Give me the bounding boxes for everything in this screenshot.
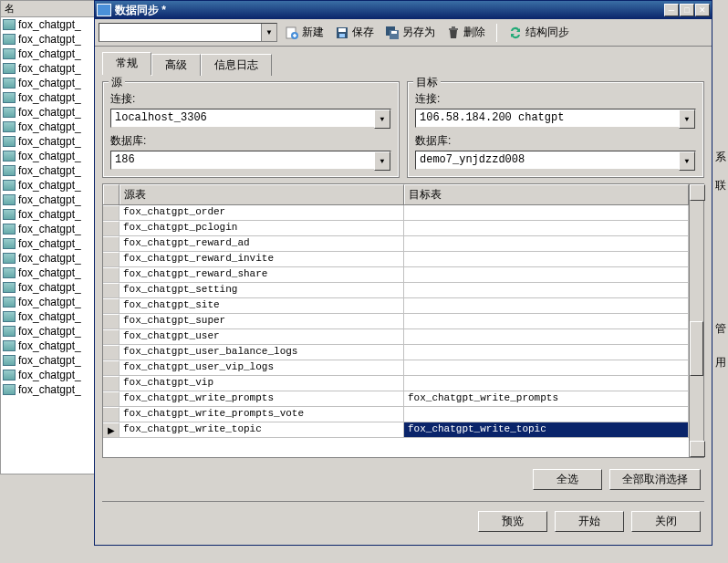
bg-table-item[interactable]: fox_chatgpt_ (1, 368, 95, 382)
bg-table-item[interactable]: fox_chatgpt_ (1, 134, 95, 149)
bg-table-item[interactable]: fox_chatgpt_ (1, 266, 95, 280)
target-cell[interactable] (404, 205, 689, 220)
table-row[interactable]: fox_chatgpt_reward_share (103, 267, 689, 283)
deselect-all-button[interactable]: 全部取消选择 (609, 469, 701, 490)
source-cell[interactable]: fox_chatgpt_vip (120, 376, 404, 391)
target-conn-combo[interactable]: 106.58.184.200 chatgpt (415, 109, 696, 128)
source-cell[interactable]: fox_chatgpt_write_topic (120, 422, 404, 437)
bg-table-item[interactable]: fox_chatgpt_ (1, 105, 95, 120)
preview-button[interactable]: 预览 (478, 511, 547, 532)
tab-advanced[interactable]: 高级 (151, 54, 201, 76)
target-cell[interactable] (404, 236, 689, 251)
bg-table-item[interactable]: fox_chatgpt_ (1, 382, 95, 397)
source-cell[interactable]: fox_chatgpt_user_vip_logs (120, 360, 404, 375)
bg-table-item[interactable]: fox_chatgpt_ (1, 207, 95, 222)
source-db-combo[interactable]: 186 (110, 151, 391, 170)
struct-sync-button[interactable]: 结构同步 (504, 23, 573, 42)
bg-table-item[interactable]: fox_chatgpt_ (1, 47, 95, 61)
bg-table-item[interactable]: fox_chatgpt_ (1, 280, 95, 295)
table-rows[interactable]: fox_chatgpt_orderfox_chatgpt_pcloginfox_… (103, 205, 689, 457)
source-conn-combo[interactable]: localhost_3306 (110, 109, 391, 128)
source-cell[interactable]: fox_chatgpt_reward_invite (120, 252, 404, 266)
bg-table-item[interactable]: fox_chatgpt_ (1, 76, 95, 90)
target-cell[interactable] (404, 329, 689, 344)
minimize-button[interactable]: ─ (664, 4, 679, 16)
tab-general[interactable]: 常规 (102, 52, 151, 75)
bg-table-item[interactable]: fox_chatgpt_ (1, 339, 95, 353)
bg-table-item[interactable]: fox_chatgpt_ (1, 309, 95, 324)
source-cell[interactable]: fox_chatgpt_pclogin (120, 221, 404, 235)
bg-table-item[interactable]: fox_chatgpt_ (1, 61, 95, 76)
bg-table-item[interactable]: fox_chatgpt_ (1, 353, 95, 368)
close-button[interactable]: 关闭 (631, 511, 701, 532)
bg-table-item[interactable]: fox_chatgpt_ (1, 32, 95, 47)
bg-table-item[interactable]: fox_chatgpt_ (1, 295, 95, 309)
profile-combo[interactable] (99, 23, 277, 42)
source-cell[interactable]: fox_chatgpt_write_prompts (120, 391, 404, 406)
source-cell[interactable]: fox_chatgpt_super (120, 314, 404, 328)
source-cell[interactable]: fox_chatgpt_setting (120, 283, 404, 297)
tab-log[interactable]: 信息日志 (201, 54, 272, 76)
bg-table-item[interactable]: fox_chatgpt_ (1, 251, 95, 266)
background-table-list: 名 fox_chatgpt_fox_chatgpt_fox_chatgpt_fo… (0, 0, 96, 474)
table-row[interactable]: fox_chatgpt_user (103, 329, 689, 345)
target-cell[interactable] (404, 376, 689, 391)
bg-table-item[interactable]: fox_chatgpt_ (1, 324, 95, 339)
source-cell[interactable]: fox_chatgpt_reward_share (120, 267, 404, 282)
table-row[interactable]: fox_chatgpt_user_vip_logs (103, 360, 689, 376)
target-cell[interactable] (404, 314, 689, 328)
source-cell[interactable]: fox_chatgpt_user (120, 329, 404, 344)
target-cell[interactable] (404, 360, 689, 375)
bg-table-item[interactable]: fox_chatgpt_ (1, 222, 95, 236)
table-row[interactable]: fox_chatgpt_site (103, 298, 689, 314)
bg-table-item[interactable]: fox_chatgpt_ (1, 17, 95, 32)
saveas-button[interactable]: 另存为 (381, 23, 439, 42)
start-button[interactable]: 开始 (555, 511, 624, 532)
table-row[interactable]: fox_chatgpt_write_prompts_vote (103, 407, 689, 422)
target-cell[interactable] (404, 345, 689, 360)
table-row[interactable]: fox_chatgpt_user_balance_logs (103, 345, 689, 360)
target-cell[interactable] (404, 407, 689, 422)
table-row[interactable]: fox_chatgpt_reward_invite (103, 252, 689, 267)
save-button[interactable]: 保存 (331, 23, 378, 42)
target-db-combo[interactable]: demo7_ynjdzzd008 (415, 151, 696, 170)
table-row[interactable]: ▶fox_chatgpt_write_topicfox_chatgpt_writ… (103, 422, 689, 438)
target-cell[interactable] (404, 267, 689, 282)
vertical-scrollbar[interactable] (689, 184, 703, 457)
delete-button[interactable]: 删除 (442, 23, 489, 42)
bg-table-item[interactable]: fox_chatgpt_ (1, 163, 95, 178)
table-row[interactable]: fox_chatgpt_pclogin (103, 221, 689, 236)
source-cell[interactable]: fox_chatgpt_user_balance_logs (120, 345, 404, 360)
target-cell[interactable] (404, 252, 689, 266)
table-row[interactable]: fox_chatgpt_write_promptsfox_chatgpt_wri… (103, 391, 689, 407)
table-row[interactable]: fox_chatgpt_super (103, 314, 689, 329)
bg-table-item[interactable]: fox_chatgpt_ (1, 236, 95, 251)
source-cell[interactable]: fox_chatgpt_site (120, 298, 404, 313)
target-table-header[interactable]: 目标表 (404, 184, 689, 204)
maximize-button[interactable]: □ (680, 4, 694, 16)
table-row[interactable]: fox_chatgpt_vip (103, 376, 689, 391)
target-cell[interactable] (404, 283, 689, 297)
target-cell[interactable]: fox_chatgpt_write_topic (404, 422, 689, 437)
target-cell[interactable] (404, 298, 689, 313)
new-button[interactable]: 新建 (281, 23, 328, 42)
bg-table-item[interactable]: fox_chatgpt_ (1, 149, 95, 163)
target-cell[interactable]: fox_chatgpt_write_prompts (404, 391, 689, 406)
table-row[interactable]: fox_chatgpt_order (103, 205, 689, 221)
bg-table-item[interactable]: fox_chatgpt_ (1, 193, 95, 207)
source-cell[interactable]: fox_chatgpt_write_prompts_vote (120, 407, 404, 422)
table-row[interactable]: fox_chatgpt_reward_ad (103, 236, 689, 252)
table-row[interactable]: fox_chatgpt_setting (103, 283, 689, 298)
row-marker (103, 267, 120, 282)
bg-header: 名 (1, 1, 95, 17)
source-cell[interactable]: fox_chatgpt_reward_ad (120, 236, 404, 251)
source-table-header[interactable]: 源表 (120, 184, 404, 204)
bg-table-item[interactable]: fox_chatgpt_ (1, 120, 95, 134)
bg-table-item[interactable]: fox_chatgpt_ (1, 178, 95, 193)
source-cell[interactable]: fox_chatgpt_order (120, 205, 404, 220)
title-bar[interactable]: 数据同步 * ─ □ ✕ (95, 1, 712, 19)
close-window-button[interactable]: ✕ (695, 4, 710, 16)
bg-table-item[interactable]: fox_chatgpt_ (1, 90, 95, 105)
target-cell[interactable] (404, 221, 689, 235)
select-all-button[interactable]: 全选 (533, 469, 602, 490)
